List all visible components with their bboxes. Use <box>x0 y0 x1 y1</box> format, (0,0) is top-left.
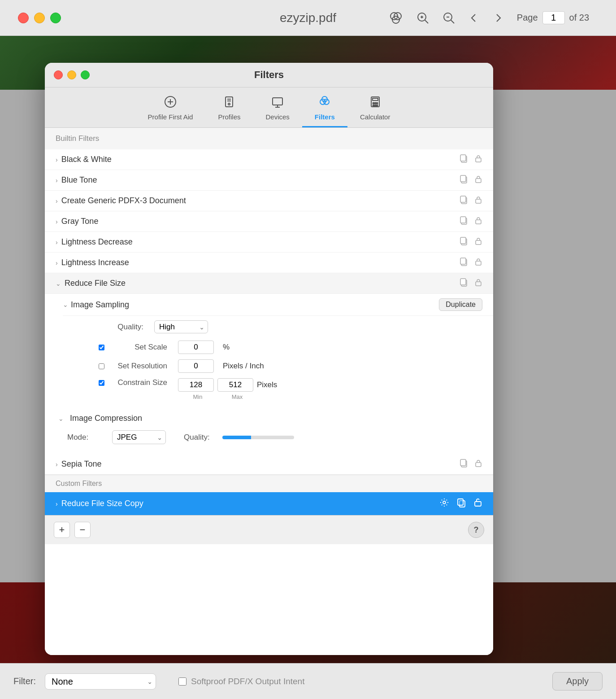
filter-select[interactable]: None Reduce File Size Reduce File Size C… <box>45 673 156 690</box>
zoom-out-icon[interactable] <box>442 12 455 24</box>
lock-icon <box>474 196 482 206</box>
copy-icon[interactable] <box>459 154 468 165</box>
filter-reduce-file-size-icons <box>459 278 482 289</box>
tab-filters[interactable]: Filters <box>302 92 347 127</box>
svg-rect-36 <box>476 179 481 183</box>
image-compression-header[interactable]: ⌄ Image Compression <box>58 410 480 427</box>
image-sampling-section: ⌄ Image Sampling Duplicate Quality: High… <box>45 294 493 406</box>
constrain-unit: Pixels <box>257 380 277 389</box>
tab-profiles[interactable]: Profiles <box>205 92 253 127</box>
svg-rect-35 <box>460 175 466 182</box>
help-button[interactable]: ? <box>468 522 484 538</box>
copy-icon[interactable] <box>459 278 468 289</box>
tab-profile-first-aid[interactable]: Profile First Aid <box>135 92 206 127</box>
copy-icon-custom[interactable] <box>456 498 466 510</box>
set-resolution-label: Set Resolution <box>113 362 167 371</box>
calculator-icon <box>369 96 382 111</box>
title-bar: ezyzip.pdf Page <box>0 0 616 36</box>
remove-filter-button[interactable]: − <box>74 522 91 538</box>
set-resolution-checkbox[interactable] <box>99 363 104 369</box>
filter-black-white[interactable]: › Black & White <box>45 149 493 170</box>
svg-rect-58 <box>475 502 481 506</box>
lock-icon <box>474 154 482 165</box>
apply-button[interactable]: Apply <box>552 672 603 690</box>
modal-maximize-button[interactable] <box>81 70 90 79</box>
svg-line-6 <box>425 20 428 23</box>
svg-rect-32 <box>460 155 466 161</box>
lock-icon <box>474 278 482 288</box>
minimize-button[interactable] <box>34 13 45 23</box>
filter-black-white-icons <box>459 154 482 165</box>
quality-select[interactable]: High Medium Low <box>154 320 208 333</box>
chevron-right-icon: › <box>56 239 58 246</box>
constrain-inputs: Pixels Min Max <box>178 378 277 400</box>
filter-lightness-decrease-icons <box>459 236 482 248</box>
set-scale-checkbox[interactable] <box>99 345 104 350</box>
set-resolution-input[interactable] <box>178 359 214 373</box>
svg-rect-38 <box>460 196 466 202</box>
modal-close-button[interactable] <box>54 70 63 79</box>
settings-icon[interactable] <box>439 498 449 510</box>
set-scale-input[interactable] <box>178 341 214 354</box>
tab-calculator[interactable]: Calculator <box>347 92 403 127</box>
filter-lightness-decrease[interactable]: › Lightness Decrease <box>45 232 493 253</box>
duplicate-button[interactable]: Duplicate <box>439 298 482 311</box>
svg-rect-33 <box>476 158 481 162</box>
filter-lightness-increase-icons <box>459 257 482 268</box>
filter-sepia-tone-icons <box>459 459 482 470</box>
copy-icon[interactable] <box>459 195 468 206</box>
color-circle-icon[interactable] <box>389 11 403 25</box>
constrain-max-input[interactable] <box>217 378 253 392</box>
set-scale-unit: % <box>223 343 230 352</box>
filter-blue-tone[interactable]: › Blue Tone <box>45 170 493 191</box>
svg-point-27 <box>376 103 377 104</box>
svg-point-55 <box>443 501 446 504</box>
copy-icon[interactable] <box>459 459 468 470</box>
copy-icon[interactable] <box>459 175 468 186</box>
filter-sepia-tone-label: Sepia Tone <box>61 459 102 469</box>
filters-modal: Filters Profile First Aid Profiles <box>45 63 493 655</box>
softproof-label: Softproof PDF/X Output Intent <box>191 677 304 686</box>
constrain-min-input[interactable] <box>178 378 214 392</box>
back-icon[interactable] <box>469 13 479 23</box>
page-input[interactable] <box>542 11 565 24</box>
svg-rect-50 <box>460 279 466 285</box>
chevron-right-icon: › <box>56 259 58 266</box>
filter-lightness-increase[interactable]: › Lightness Increase <box>45 253 493 273</box>
filter-sepia-tone[interactable]: › Sepia Tone <box>45 454 493 475</box>
tab-profiles-label: Profiles <box>218 113 240 121</box>
constrain-size-label: Constrain Size <box>113 378 167 387</box>
unlock-icon[interactable] <box>473 498 482 510</box>
close-button[interactable] <box>18 13 29 23</box>
chevron-down-icon: ⌄ <box>56 280 61 287</box>
chevron-right-icon: › <box>56 156 58 163</box>
custom-filter-icons <box>439 498 482 510</box>
softproof-checkbox[interactable] <box>178 677 187 686</box>
constrain-size-checkbox[interactable] <box>99 380 104 386</box>
copy-icon[interactable] <box>459 236 468 248</box>
maximize-button[interactable] <box>50 13 61 23</box>
filter-gray-tone[interactable]: › Gray Tone <box>45 211 493 232</box>
page-total: of 23 <box>569 13 589 23</box>
custom-filter-reduce-file-size-copy[interactable]: › Reduce File Size Copy <box>45 492 493 515</box>
mode-select[interactable]: JPEG PNG TIFF <box>112 430 166 444</box>
tab-devices[interactable]: Devices <box>253 92 302 127</box>
lock-icon <box>474 459 482 469</box>
page-navigation: Page of 23 <box>517 11 589 24</box>
forward-icon[interactable] <box>493 13 503 23</box>
add-filter-button[interactable]: + <box>54 522 70 538</box>
copy-icon[interactable] <box>459 216 468 227</box>
set-resolution-row: Set Resolution Pixels / Inch <box>63 357 493 376</box>
zoom-in-icon[interactable] <box>416 12 429 24</box>
copy-icon[interactable] <box>459 257 468 268</box>
min-label: Min <box>180 393 216 400</box>
filter-pdfx3[interactable]: › Create Generic PDFX-3 Document <box>45 191 493 211</box>
modal-minimize-button[interactable] <box>67 70 76 79</box>
filter-reduce-file-size[interactable]: ⌄ Reduce File Size <box>45 273 493 294</box>
slider-track[interactable] <box>222 436 294 439</box>
filter-blue-tone-label: Blue Tone <box>61 175 97 185</box>
quality-label: Quality: <box>63 323 143 332</box>
bottom-toolbar: + − ? <box>45 515 493 544</box>
chevron-down-icon-2: ⌄ <box>58 415 64 422</box>
image-compression-label: Image Compression <box>70 414 142 423</box>
